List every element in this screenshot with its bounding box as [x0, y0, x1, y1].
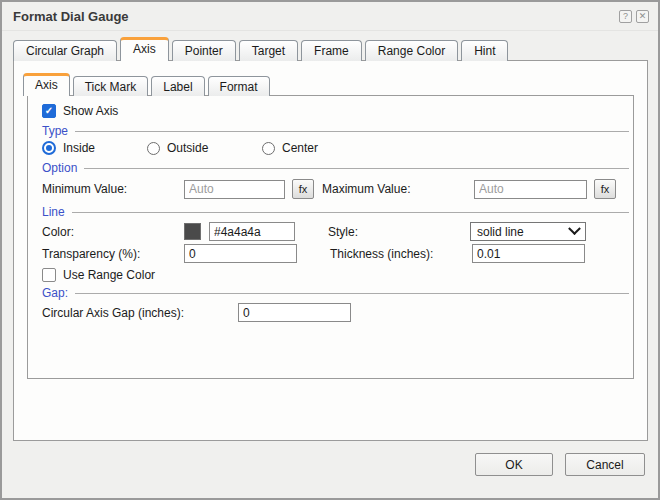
tab-frame[interactable]: Frame [301, 40, 362, 61]
help-icon[interactable]: ? [619, 10, 632, 23]
title-bar: Format Dial Gauge ? ✕ [2, 2, 658, 31]
axis-tab-panel: Axis Tick Mark Label Format ✓ Show Axis … [13, 60, 648, 441]
thickness-label: Thickness (inches): [330, 247, 472, 261]
close-icon[interactable]: ✕ [636, 10, 649, 23]
use-range-color-label: Use Range Color [63, 268, 155, 282]
minimum-value-label: Minimum Value: [42, 182, 184, 196]
gap-section-divider [75, 293, 629, 294]
tab-pointer[interactable]: Pointer [172, 40, 236, 61]
style-dropdown[interactable]: solid line [470, 222, 586, 241]
radio-unselected-icon [147, 142, 160, 155]
type-section-divider [75, 131, 629, 132]
show-axis-row: ✓ Show Axis [28, 104, 633, 118]
radio-outside[interactable]: Outside [147, 141, 262, 155]
use-range-color-checkbox[interactable] [42, 268, 56, 282]
axis-settings-groupbox: ✓ Show Axis Type Inside Outside Cente [27, 95, 634, 379]
color-label: Color: [42, 225, 184, 239]
tab-circular-graph[interactable]: Circular Graph [13, 40, 117, 61]
dialog-footer: OK Cancel [475, 453, 645, 476]
subtab-label[interactable]: Label [151, 76, 204, 96]
ok-button[interactable]: OK [475, 453, 553, 476]
format-dial-gauge-dialog: Format Dial Gauge ? ✕ Circular Graph Axi… [0, 0, 660, 500]
minimum-fx-button[interactable]: fx [292, 179, 314, 199]
style-label: Style: [328, 225, 470, 239]
line-section-label: Line [42, 205, 65, 219]
sub-tab-bar: Axis Tick Mark Label Format [23, 73, 647, 96]
chevron-down-icon [568, 222, 581, 235]
transparency-label: Transparency (%): [42, 247, 184, 261]
radio-outside-label: Outside [167, 141, 208, 155]
color-swatch[interactable] [184, 223, 201, 240]
maximum-value-input[interactable] [474, 180, 587, 199]
radio-inside[interactable]: Inside [42, 141, 147, 155]
subtab-format[interactable]: Format [208, 76, 270, 96]
radio-inside-label: Inside [63, 141, 95, 155]
subtab-axis[interactable]: Axis [23, 73, 70, 96]
tab-hint[interactable]: Hint [461, 40, 508, 61]
line-section-header: Line [28, 205, 633, 219]
window-buttons: ? ✕ [619, 10, 649, 23]
radio-center-label: Center [282, 141, 318, 155]
radio-unselected-icon [262, 142, 275, 155]
min-max-row: Minimum Value: fx Maximum Value: fx [28, 179, 633, 199]
type-section-label: Type [42, 124, 68, 138]
line-section-divider [72, 212, 629, 213]
main-tab-bar: Circular Graph Axis Pointer Target Frame… [13, 37, 658, 61]
tab-target[interactable]: Target [239, 40, 298, 61]
dialog-title: Format Dial Gauge [13, 9, 619, 24]
gap-section-header: Gap: [28, 286, 633, 300]
subtab-tick-mark[interactable]: Tick Mark [73, 76, 149, 96]
type-radio-row: Inside Outside Center [28, 141, 633, 155]
color-value-input[interactable] [209, 222, 295, 241]
radio-selected-icon [42, 141, 56, 155]
show-axis-checkbox[interactable]: ✓ [42, 104, 56, 118]
circular-axis-gap-label: Circular Axis Gap (inches): [42, 306, 238, 320]
transparency-thickness-row: Transparency (%): Thickness (inches): [28, 244, 633, 263]
style-dropdown-value: solid line [477, 225, 524, 239]
minimum-value-input[interactable] [184, 180, 285, 199]
circular-axis-gap-input[interactable] [238, 303, 351, 322]
radio-center[interactable]: Center [262, 141, 318, 155]
show-axis-label: Show Axis [63, 104, 118, 118]
transparency-input[interactable] [184, 244, 297, 263]
check-icon: ✓ [45, 106, 53, 116]
thickness-input[interactable] [472, 244, 585, 263]
maximum-fx-button[interactable]: fx [594, 179, 616, 199]
tab-range-color[interactable]: Range Color [365, 40, 458, 61]
color-style-row: Color: Style: solid line [28, 222, 633, 241]
use-range-color-row: Use Range Color [28, 268, 633, 282]
circular-axis-gap-row: Circular Axis Gap (inches): [28, 303, 633, 322]
maximum-value-label: Maximum Value: [322, 182, 474, 196]
type-section-header: Type [28, 124, 633, 138]
gap-section-label: Gap: [42, 286, 68, 300]
option-section-divider [84, 168, 629, 169]
tab-axis[interactable]: Axis [120, 37, 169, 61]
option-section-label: Option [42, 161, 77, 175]
cancel-button[interactable]: Cancel [565, 453, 645, 476]
option-section-header: Option [28, 161, 633, 175]
